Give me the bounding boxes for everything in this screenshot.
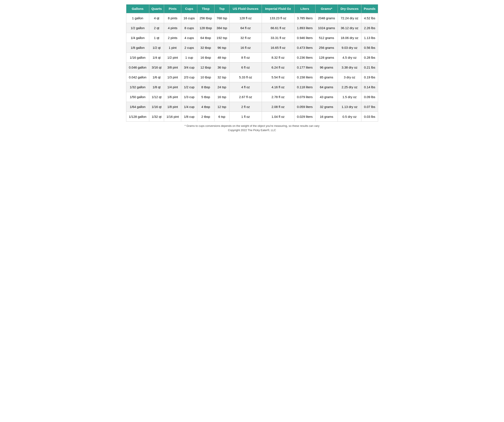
column-header: Imperial Fluid Oz (262, 5, 294, 13)
table-cell: 0.118 liters (294, 82, 315, 92)
column-header: Liters (294, 5, 315, 13)
table-cell: 96 tsp (214, 43, 229, 53)
table-cell: 0.046 gallon (126, 62, 149, 72)
table-cell: 1 gallon (126, 13, 149, 23)
table-cell: 36.12 dry oz (338, 23, 361, 33)
table-cell: 128 grams (315, 53, 338, 62)
table-cell: 0.21 lbs (361, 62, 378, 72)
table-cell: 1/4 qt (149, 53, 164, 62)
table-cell: 0.236 liters (294, 53, 315, 62)
table-cell: 0.158 liters (294, 72, 315, 82)
table-row: 1/8 gallon1/2 qt1 pint2 cups32 tbsp96 ts… (126, 43, 378, 53)
table-cell: 12 tsp (214, 102, 229, 111)
table-cell: 4 tbsp (197, 102, 214, 111)
conversion-table-wrapper: GallonsQuartsPintsCupsTbspTspUS Fluid Ou… (126, 4, 378, 133)
table-cell: 3 dry oz (338, 72, 361, 82)
table-cell: 1/50 gallon (126, 92, 149, 102)
table-cell: 16 fl oz (229, 43, 262, 53)
table-cell: 1/4 pint (164, 82, 181, 92)
table-cell: 16 tbsp (197, 53, 214, 62)
table-cell: 1 qt (149, 33, 164, 43)
table-cell: 64 grams (315, 82, 338, 92)
table-row: 1/32 gallon1/8 qt1/4 pint1/2 cup8 tbsp24… (126, 82, 378, 92)
table-cell: 0.042 gallon (126, 72, 149, 82)
table-cell: 16 tsp (214, 92, 229, 102)
table-cell: 1/6 qt (149, 72, 164, 82)
footer-notes: * Grams to cups conversions depends on t… (126, 124, 378, 133)
table-cell: 128 tbsp (197, 23, 214, 33)
table-cell: 10 tbsp (197, 72, 214, 82)
table-cell: 2 qt (149, 23, 164, 33)
table-cell: 48 tsp (214, 53, 229, 62)
table-cell: 6.24 fl oz (262, 62, 294, 72)
table-cell: 4 cups (181, 33, 197, 43)
table-cell: 32 grams (315, 102, 338, 111)
table-cell: 1.13 lbs (361, 33, 378, 43)
table-row: 0.042 gallon1/6 qt1/3 pint2/3 cup10 tbsp… (126, 72, 378, 82)
table-cell: 1/64 gallon (126, 102, 149, 111)
table-cell: 64 fl oz (229, 23, 262, 33)
table-cell: 1/32 qt (149, 111, 164, 122)
table-cell: 1/128 gallon (126, 111, 149, 122)
table-cell: 2.78 fl oz (262, 92, 294, 102)
table-cell: 2048 grams (315, 13, 338, 23)
table-cell: 1/4 cup (181, 102, 197, 111)
table-row: 1/16 gallon1/4 qt1/2 pint1 cup16 tbsp48 … (126, 53, 378, 62)
table-cell: 4 pints (164, 23, 181, 33)
footer-note-1: * Grams to cups conversions depends on t… (126, 124, 378, 128)
table-cell: 8 cups (181, 23, 197, 33)
table-cell: 256 grams (315, 43, 338, 53)
table-cell: 64 tbsp (197, 33, 214, 43)
conversion-table: GallonsQuartsPintsCupsTbspTspUS Fluid Ou… (126, 4, 378, 122)
table-cell: 2 cups (181, 43, 197, 53)
table-cell: 12 tbsp (197, 62, 214, 72)
column-header: Gallons (126, 5, 149, 13)
footer-note-2: Copyright 2022 The Picky Eater®, LLC (126, 128, 378, 133)
table-cell: 8 pints (164, 13, 181, 23)
table-cell: 16.65 fl oz (262, 43, 294, 53)
table-cell: 1/8 gallon (126, 43, 149, 53)
table-cell: 0.07 lbs (361, 102, 378, 111)
table-cell: 1/8 pint (164, 102, 181, 111)
table-cell: 256 tbsp (197, 13, 214, 23)
table-cell: 32 fl oz (229, 33, 262, 43)
table-cell: 5 tbsp (197, 92, 214, 102)
table-cell: 1.13 dry oz (338, 102, 361, 111)
table-row: 1/2 gallon2 qt4 pints8 cups128 tbsp384 t… (126, 23, 378, 33)
table-cell: 1/3 cup (181, 92, 197, 102)
table-cell: 0.56 lbs (361, 43, 378, 53)
table-cell: 0.079 liters (294, 92, 315, 102)
table-cell: 1.893 liters (294, 23, 315, 33)
table-cell: 3/8 pint (164, 62, 181, 72)
table-cell: 24 tsp (214, 82, 229, 92)
column-header: US Fluid Ounces (229, 5, 262, 13)
table-cell: 1/8 cup (181, 111, 197, 122)
table-row: 0.046 gallon3/16 qt3/8 pint3/4 cup12 tbs… (126, 62, 378, 72)
table-cell: 0.946 liters (294, 33, 315, 43)
column-header: Grams* (315, 5, 338, 13)
table-cell: 1 fl oz (229, 111, 262, 122)
table-cell: 0.14 lbs (361, 82, 378, 92)
table-cell: 3/16 qt (149, 62, 164, 72)
table-cell: 2.67 fl oz (229, 92, 262, 102)
table-cell: 1/2 cup (181, 82, 197, 92)
table-cell: 9.03 dry oz (338, 43, 361, 53)
table-cell: 133.23 fl oz (262, 13, 294, 23)
table-cell: 5.33 fl oz (229, 72, 262, 82)
table-cell: 2 tbsp (197, 111, 214, 122)
table-row: 1/4 gallon1 qt2 pints4 cups64 tbsp192 ts… (126, 33, 378, 43)
table-cell: 1/3 pint (164, 72, 181, 82)
table-cell: 0.029 liters (294, 111, 315, 122)
table-cell: 4 qt (149, 13, 164, 23)
table-cell: 0.5 dry oz (338, 111, 361, 122)
table-cell: 8.32 fl oz (262, 53, 294, 62)
table-cell: 2 pints (164, 33, 181, 43)
table-cell: 384 tsp (214, 23, 229, 33)
table-cell: 72.24 dry oz (338, 13, 361, 23)
table-cell: 2 fl oz (229, 102, 262, 111)
column-header: Quarts (149, 5, 164, 13)
table-cell: 0.09 lbs (361, 92, 378, 102)
table-cell: 128 fl oz (229, 13, 262, 23)
table-cell: 0.28 lbs (361, 53, 378, 62)
table-cell: 36 tsp (214, 62, 229, 72)
